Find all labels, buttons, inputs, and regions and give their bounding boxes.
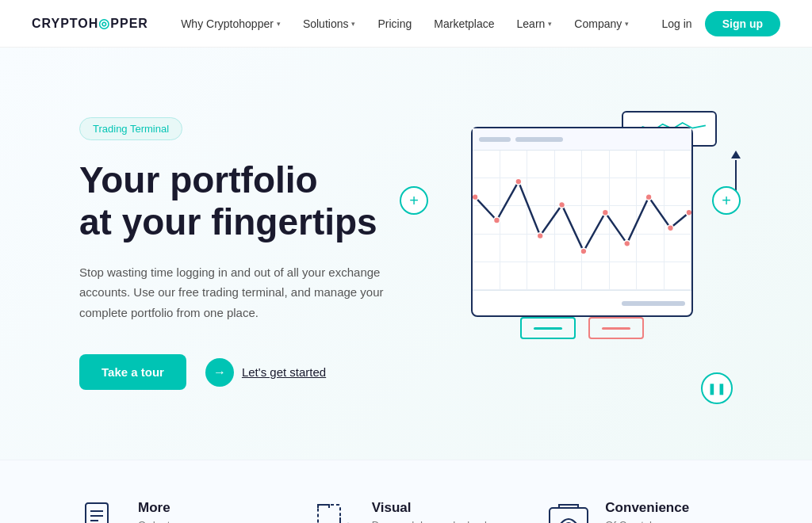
convenience-icon bbox=[546, 500, 591, 523]
chart-top-bar bbox=[473, 128, 691, 151]
plus-left-icon: + bbox=[400, 186, 428, 215]
pause-button[interactable]: ❚❚ bbox=[701, 372, 733, 404]
logo[interactable]: CRYPTOH◎PPER bbox=[32, 16, 148, 31]
svg-point-3 bbox=[537, 233, 543, 239]
feature-visual: Visual Drag and drop order book bbox=[313, 500, 500, 523]
nav-item-solutions[interactable]: Solutions ▾ bbox=[303, 17, 356, 30]
svg-point-7 bbox=[624, 240, 630, 246]
chevron-down-icon: ▾ bbox=[277, 20, 281, 28]
chart-bar-line bbox=[515, 137, 563, 142]
feature-order-types-title: More bbox=[138, 500, 192, 516]
feature-convenience-title: Convenience bbox=[605, 500, 689, 516]
svg-point-5 bbox=[580, 248, 587, 254]
chart-legend bbox=[520, 317, 644, 339]
chart-grid bbox=[473, 151, 691, 290]
hero-description: Stop wasting time logging in and out of … bbox=[79, 262, 396, 323]
chart-bar-line bbox=[479, 137, 511, 142]
feature-order-types-subtitle: Order types bbox=[138, 519, 192, 523]
visual-icon bbox=[313, 500, 358, 523]
nav-item-pricing[interactable]: Pricing bbox=[377, 17, 412, 30]
chevron-down-icon: ▾ bbox=[351, 20, 355, 28]
nav-item-why[interactable]: Why Cryptohopper ▾ bbox=[181, 17, 281, 30]
svg-point-0 bbox=[473, 194, 478, 200]
svg-point-4 bbox=[559, 202, 565, 208]
legend-teal-line bbox=[534, 327, 562, 330]
svg-point-6 bbox=[602, 209, 608, 216]
svg-point-1 bbox=[494, 217, 500, 223]
svg-point-10 bbox=[686, 209, 691, 216]
arrow-up-head-icon bbox=[731, 151, 741, 158]
login-button[interactable]: Log in bbox=[662, 17, 692, 30]
feature-convenience-subtitle: Of Cryptohopper bbox=[605, 519, 689, 523]
logo-text: CRYPTOH◎PPER bbox=[32, 16, 148, 31]
plus-right-icon: + bbox=[712, 186, 741, 215]
svg-rect-21 bbox=[550, 508, 588, 523]
order-types-icon bbox=[79, 500, 124, 523]
hero-actions: Take a tour → Let's get started bbox=[79, 354, 396, 390]
feature-visual-subtitle: Drag and drop order book bbox=[372, 519, 490, 523]
feature-convenience-text: Convenience Of Cryptohopper bbox=[605, 500, 689, 523]
legend-teal bbox=[520, 317, 576, 339]
svg-point-8 bbox=[645, 194, 652, 200]
hero-content: Trading Terminal Your portfolio at your … bbox=[79, 117, 396, 390]
nav-item-marketplace[interactable]: Marketplace bbox=[434, 17, 494, 30]
feature-visual-text: Visual Drag and drop order book bbox=[372, 500, 490, 523]
hero-title: Your portfolio at your fingertips bbox=[79, 159, 396, 243]
chevron-down-icon: ▾ bbox=[625, 20, 629, 28]
main-chart bbox=[471, 127, 693, 317]
nav-actions: Log in Sign up bbox=[662, 11, 780, 36]
feature-order-types-text: More Order types bbox=[138, 500, 192, 523]
svg-point-9 bbox=[668, 225, 674, 231]
feature-visual-title: Visual bbox=[372, 500, 490, 516]
get-started-link[interactable]: → Let's get started bbox=[205, 358, 326, 387]
chart-bottom-line bbox=[622, 301, 685, 306]
hero-section: Trading Terminal Your portfolio at your … bbox=[0, 48, 812, 460]
chart-bottom-bar bbox=[473, 290, 691, 315]
features-section: More Order types Visual Drag and drop or… bbox=[0, 460, 812, 523]
signup-button[interactable]: Sign up bbox=[705, 11, 780, 36]
navbar: CRYPTOH◎PPER Why Cryptohopper ▾ Solution… bbox=[0, 0, 812, 48]
legend-pink-line bbox=[602, 327, 630, 330]
take-tour-button[interactable]: Take a tour bbox=[79, 354, 186, 390]
chevron-down-icon: ▾ bbox=[548, 20, 552, 28]
nav-item-company[interactable]: Company ▾ bbox=[574, 17, 629, 30]
hero-badge: Trading Terminal bbox=[79, 117, 182, 140]
feature-order-types: More Order types bbox=[79, 500, 266, 523]
logo-icon-o: ◎ bbox=[98, 17, 110, 30]
nav-links: Why Cryptohopper ▾ Solutions ▾ Pricing M… bbox=[181, 17, 629, 30]
chart-line-svg bbox=[473, 151, 691, 290]
svg-point-2 bbox=[515, 178, 522, 185]
legend-pink bbox=[588, 317, 644, 339]
hero-illustration: + bbox=[416, 111, 749, 396]
arrow-right-icon: → bbox=[205, 358, 234, 387]
feature-convenience: Convenience Of Cryptohopper bbox=[546, 500, 733, 523]
nav-item-learn[interactable]: Learn ▾ bbox=[517, 17, 553, 30]
